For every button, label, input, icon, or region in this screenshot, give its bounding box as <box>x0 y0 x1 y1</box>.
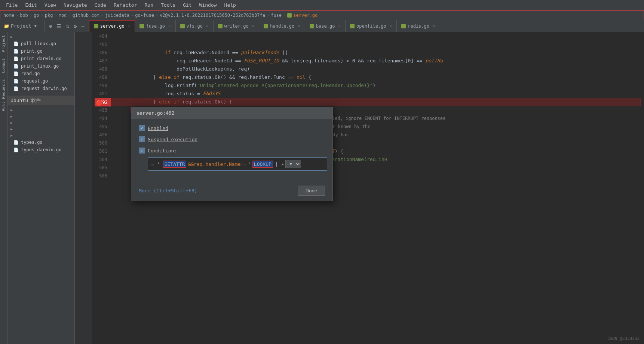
tab-vfs-go[interactable]: vfs.go ✕ <box>176 20 214 32</box>
side-label-commit[interactable]: Commit <box>0 55 7 76</box>
go-file-icon-typesd: 📄 <box>13 148 19 152</box>
project-label: Project <box>11 23 31 29</box>
go-file-icon-printd: 📄 <box>13 56 19 61</box>
condition-checkbox[interactable]: ✓ <box>139 148 145 154</box>
group-expand[interactable]: ▶ <box>7 34 74 40</box>
breadcrumb-juicedata[interactable]: juicedata <box>105 13 129 18</box>
done-button[interactable]: Done <box>298 186 325 196</box>
menu-run[interactable]: Run <box>142 1 156 9</box>
tab-openfile-go[interactable]: openfile.go ✕ <box>346 20 397 32</box>
project-dropdown-icon: ▼ <box>34 24 37 28</box>
file-request-darwin[interactable]: 📄 request_darwin.go <box>7 85 74 92</box>
line-num-500: 500 <box>95 139 110 147</box>
tab-server-go-label: server.go <box>100 24 125 29</box>
condition-part1: GETATTR <box>163 161 187 168</box>
menu-view[interactable]: View <box>42 1 59 9</box>
group-ubuntu2[interactable]: ▶ <box>7 113 74 120</box>
tab-redis-go[interactable]: redis.go ✕ <box>397 20 440 32</box>
menu-window[interactable]: Window <box>196 1 220 9</box>
suspend-checkbox[interactable]: ✓ <box>139 136 145 142</box>
menu-git[interactable]: Git <box>180 1 194 9</box>
group-ubuntu[interactable]: ▶ <box>7 107 74 113</box>
go-file-icon-printl: 📄 <box>13 64 19 69</box>
file-print[interactable]: 📄 print.go <box>7 47 74 55</box>
tab-base-go[interactable]: base.go ✕ <box>305 20 346 32</box>
file-icon-base <box>310 24 314 28</box>
breadcrumb-bob[interactable]: bob <box>20 13 28 18</box>
condition-row: ✓ Condition: = ' GETATTR &&req.handler.N… <box>139 148 325 171</box>
file-types[interactable]: 📄 types.go <box>7 139 74 146</box>
group-ubuntu4[interactable]: ▶ <box>7 126 74 132</box>
breadcrumb-github[interactable]: github.com <box>73 13 99 18</box>
tab-fuse-go[interactable]: fuse.go ✕ <box>135 20 175 32</box>
file-types-label: types.go <box>21 140 43 145</box>
enabled-checkbox[interactable]: ✓ <box>139 125 145 131</box>
breadcrumb-go[interactable]: go <box>34 13 39 18</box>
project-panel-button[interactable]: 📁 Project ▼ <box>0 20 45 32</box>
breakpoint-icon[interactable]: 🔴 <box>96 99 103 107</box>
list-icon[interactable]: ☰ <box>55 22 62 30</box>
arrow-ubuntu3: ▶ <box>10 121 13 125</box>
file-read-label: read.go <box>21 71 40 76</box>
tab-handle-go-close[interactable]: ✕ <box>298 24 300 28</box>
tab-fuse-go-close[interactable]: ✕ <box>168 24 171 28</box>
breadcrumb-fuse[interactable]: fuse <box>271 13 282 18</box>
tabs-bar: 📁 Project ▼ ⊕ ☰ ⇅ ⚙ — server.go ✕ fuse.g… <box>0 20 644 32</box>
file-poll-linux[interactable]: 📄 poll_linux.go <box>7 40 74 47</box>
menu-navigate[interactable]: Navigate <box>61 1 90 9</box>
watermark: CSDN @3333333 <box>607 336 640 341</box>
menu-help[interactable]: Help <box>221 1 239 9</box>
settings-icon[interactable]: ⚙ <box>73 22 78 30</box>
tab-server-go-close[interactable]: ✕ <box>128 24 131 29</box>
editor-area[interactable]: 484 485 if req.inHeader.NodeId == pollHa… <box>75 32 644 344</box>
code-line-491: 491 } else if req.status.Ok() { <box>95 90 641 98</box>
file-types-darwin[interactable]: 📄 types_darwin.go <box>7 146 74 154</box>
add-icon[interactable]: ⊕ <box>48 22 53 30</box>
breadcrumb-version[interactable]: v2@v2.1.1-0.20221017015650-252d763b37fa <box>160 13 265 18</box>
enabled-row: ✓ Enabled <box>139 125 325 131</box>
breadcrumb-gofuse[interactable]: go-fuse <box>135 13 154 18</box>
code-line-490: 490 req.status = ENOSYS <box>95 81 641 90</box>
arrow-ubuntu4: ▶ <box>10 127 13 131</box>
menu-edit[interactable]: Edit <box>22 1 40 9</box>
side-label-requests[interactable]: Pull Requests <box>0 76 7 114</box>
tab-writer-go-close[interactable]: ✕ <box>252 24 255 28</box>
minimize-icon[interactable]: — <box>80 22 85 30</box>
menu-refactor[interactable]: Refactor <box>111 1 140 9</box>
side-label-project[interactable]: Project <box>0 32 7 55</box>
breadcrumb-mod[interactable]: mod <box>59 13 67 18</box>
main-layout: Project Commit Pull Requests ▶ 📄 poll_li… <box>0 32 644 344</box>
line-num-505: 505 <box>95 164 110 172</box>
tab-server-go[interactable]: server.go ✕ <box>89 20 135 32</box>
tab-openfile-go-close[interactable]: ✕ <box>390 24 392 28</box>
condition-operator: &&req.handler.Name!= <box>188 161 246 167</box>
tab-handle-go-label: handle.go <box>270 24 294 29</box>
tab-handle-go[interactable]: handle.go ✕ <box>259 20 305 32</box>
tab-vfs-go-close[interactable]: ✕ <box>206 24 209 28</box>
breadcrumb-pkg[interactable]: pkg <box>45 13 53 18</box>
menu-code[interactable]: Code <box>92 1 109 9</box>
menu-file[interactable]: File <box>3 1 21 9</box>
file-print-linux[interactable]: 📄 print_linux.go <box>7 62 74 70</box>
condition-prefix: = <box>151 161 154 167</box>
file-print-darwin[interactable]: 📄 print_darwin.go <box>7 55 74 62</box>
condition-type-dropdown[interactable]: ▼ <box>285 160 301 168</box>
more-link[interactable]: More (Ctrl+Shift+F8) <box>139 188 197 193</box>
file-icon <box>94 24 98 28</box>
tab-base-go-close[interactable]: ✕ <box>338 24 341 28</box>
sort-icon[interactable]: ⇅ <box>65 22 70 30</box>
group-ubuntu5[interactable]: ▶ <box>7 132 74 139</box>
line-num-490: 490 <box>95 81 110 90</box>
file-read[interactable]: 📄 read.go <box>7 70 74 77</box>
breadcrumb-servergo[interactable]: server.go <box>287 13 318 18</box>
tab-writer-go[interactable]: writer.go ✕ <box>214 20 260 32</box>
line-num-491: 491 <box>95 90 110 98</box>
breadcrumb-home[interactable]: home <box>3 13 14 18</box>
menu-tools[interactable]: Tools <box>158 1 178 9</box>
dialog-body: ✓ Enabled ✓ Suspend execution ✓ Conditio… <box>131 119 332 182</box>
tab-redis-go-close[interactable]: ✕ <box>433 24 435 28</box>
group-ubuntu3[interactable]: ▶ <box>7 120 74 126</box>
file-request[interactable]: 📄 request.go <box>7 77 74 85</box>
file-icon-vfs <box>180 24 185 28</box>
condition-expand-icon[interactable]: ↗ <box>281 161 284 167</box>
